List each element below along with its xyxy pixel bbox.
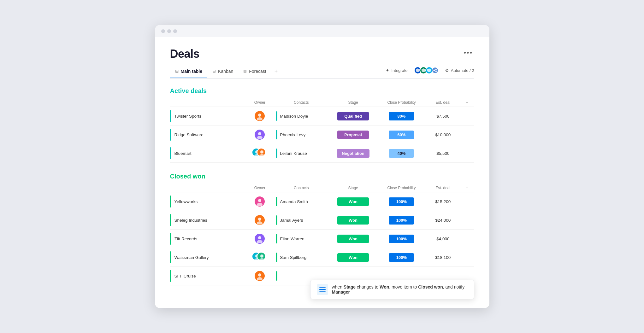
deal-name-cell: Ridge Software bbox=[170, 126, 246, 144]
svg-point-28 bbox=[260, 254, 263, 258]
color-bar-closed-1 bbox=[170, 196, 171, 207]
contact-name-2: Phoenix Levy bbox=[280, 132, 305, 137]
col-add-active[interactable]: + bbox=[460, 98, 474, 107]
deal-name-sheleg: Sheleg Industries bbox=[174, 218, 207, 223]
stage-badge-proposal: Proposal bbox=[337, 131, 369, 139]
stage-cell-c3: Won bbox=[329, 230, 377, 248]
contact-cell-c3: Elian Warren bbox=[274, 230, 329, 248]
prob-badge-80: 80% bbox=[389, 112, 414, 120]
svg-marker-0 bbox=[416, 68, 420, 72]
avatar-twister bbox=[255, 111, 265, 121]
avatar-sff bbox=[255, 271, 265, 281]
closed-won-section: Closed won Owner Contacts Stage Close Pr… bbox=[170, 173, 474, 285]
est-deal-c4: $18,100 bbox=[426, 248, 460, 267]
tab-kanban[interactable]: ⊟ Kanban bbox=[207, 66, 238, 78]
contact-name-c4: Sam Spillberg bbox=[280, 255, 306, 260]
stage-badge-won-2: Won bbox=[337, 216, 369, 225]
col-add-closed[interactable]: + bbox=[460, 184, 474, 192]
avatar-waissman-2 bbox=[257, 252, 266, 261]
svg-point-13 bbox=[260, 150, 263, 154]
deal-name-twister: Twister Sports bbox=[174, 114, 202, 119]
auto-won-bold: Won bbox=[380, 284, 389, 289]
table-row: Twister Sports bbox=[170, 107, 474, 126]
deal-name-waissman: Waissman Gallery bbox=[174, 255, 209, 260]
color-bar-closed-3 bbox=[170, 233, 171, 245]
automate-button[interactable]: ⚙ Automate / 2 bbox=[445, 68, 474, 73]
deal-name-ridge: Ridge Software bbox=[174, 132, 204, 137]
automation-text: when Stage changes to Won, move item to … bbox=[332, 284, 468, 295]
closed-won-table: Owner Contacts Stage Close Probability E… bbox=[170, 184, 474, 285]
avatar-pair-bluemart bbox=[252, 148, 268, 158]
deal-name-cell: Twister Sports bbox=[170, 107, 246, 126]
avatar-plus-badge: +2 bbox=[432, 67, 439, 74]
integrate-button[interactable]: ✦ Integrate bbox=[386, 68, 407, 73]
prob-cell-c4: 100% bbox=[377, 248, 426, 267]
tab-main-table[interactable]: ⊞ Main table bbox=[170, 66, 207, 78]
contact-bar-c2 bbox=[276, 215, 277, 225]
table-row: Yellowworks Amanda Smith bbox=[170, 192, 474, 211]
automate-icon: ⚙ bbox=[445, 68, 449, 73]
owner-cell-c5 bbox=[246, 267, 274, 285]
contact-cell-2: Phoenix Levy bbox=[274, 126, 329, 144]
contact-bar-1 bbox=[276, 111, 277, 121]
active-deals-title: Active deals bbox=[170, 87, 474, 95]
contact-name-3: Leilani Krause bbox=[280, 151, 307, 156]
prob-cell-c1: 100% bbox=[377, 192, 426, 211]
prob-badge-100-4: 100% bbox=[389, 253, 414, 262]
deal-name-cell: SFF Cruise bbox=[170, 267, 246, 285]
stage-badge-won-4: Won bbox=[337, 253, 369, 262]
contact-bar-c5 bbox=[276, 271, 277, 281]
contact-cell-3: Leilani Krause bbox=[274, 144, 329, 163]
deal-name-cell: Bluemart bbox=[170, 144, 246, 163]
stage-cell-2: Proposal bbox=[329, 126, 377, 144]
contact-name-1: Madison Doyle bbox=[280, 114, 308, 119]
dot-2 bbox=[167, 29, 171, 33]
main-table-label: Main table bbox=[181, 69, 202, 74]
owner-cell-2 bbox=[246, 126, 274, 144]
stage-cell-1: Qualified bbox=[329, 107, 377, 126]
color-bar-active-2 bbox=[170, 129, 171, 141]
col-contacts-active: Contacts bbox=[274, 98, 329, 107]
closed-won-title: Closed won bbox=[170, 173, 474, 180]
table-row: Ridge Software bbox=[170, 126, 474, 144]
col-est-active: Est. deal bbox=[426, 98, 460, 107]
tabs-bar: ⊞ Main table ⊟ Kanban ⊠ Forecast + ✦ Int… bbox=[170, 66, 474, 79]
avatar-ridge bbox=[255, 130, 265, 140]
auto-manager-bold: Manager bbox=[332, 289, 350, 295]
svg-point-7 bbox=[258, 132, 261, 135]
avatar-sheleg bbox=[255, 215, 265, 225]
forecast-icon: ⊠ bbox=[243, 69, 247, 73]
prob-badge-100-3: 100% bbox=[389, 235, 414, 243]
deal-name-bluemart: Bluemart bbox=[174, 151, 192, 156]
add-col-c1 bbox=[460, 192, 474, 211]
est-deal-c3: $4,000 bbox=[426, 230, 460, 248]
stage-cell-c4: Won bbox=[329, 248, 377, 267]
col-owner-closed: Owner bbox=[246, 184, 274, 192]
est-deal-c1: $15,200 bbox=[426, 192, 460, 211]
svg-rect-33 bbox=[319, 287, 326, 288]
tab-forecast[interactable]: ⊠ Forecast bbox=[238, 66, 271, 78]
svg-point-31 bbox=[258, 273, 261, 277]
active-deals-table: Owner Contacts Stage Close Probability E… bbox=[170, 98, 474, 163]
auto-stage-bold: Stage bbox=[344, 284, 356, 289]
deal-name-sff: SFF Cruise bbox=[174, 274, 196, 278]
est-deal-1: $7,500 bbox=[426, 107, 460, 126]
contact-name-c1: Amanda Smith bbox=[280, 199, 308, 204]
integrate-label: Integrate bbox=[391, 68, 407, 73]
contact-cell-1: Madison Doyle bbox=[274, 107, 329, 126]
owner-cell-c1 bbox=[246, 192, 274, 211]
col-prob-active: Close Probability bbox=[377, 98, 426, 107]
col-stage-closed: Stage bbox=[329, 184, 377, 192]
contact-bar-c3 bbox=[276, 234, 277, 243]
more-options-button[interactable]: ••• bbox=[462, 47, 474, 58]
add-col-1 bbox=[460, 107, 474, 126]
contact-bar-c1 bbox=[276, 197, 277, 206]
contact-bar-c4 bbox=[276, 253, 277, 262]
owner-cell-3 bbox=[246, 144, 274, 163]
add-tab-button[interactable]: + bbox=[271, 66, 281, 79]
prob-cell-2: 60% bbox=[377, 126, 426, 144]
owner-cell-c4 bbox=[246, 248, 274, 267]
table-row: Sheleg Industries Jamal Ayers bbox=[170, 211, 474, 230]
deal-name-cell: Yellowworks bbox=[170, 192, 246, 211]
prob-cell-3: 40% bbox=[377, 144, 426, 163]
